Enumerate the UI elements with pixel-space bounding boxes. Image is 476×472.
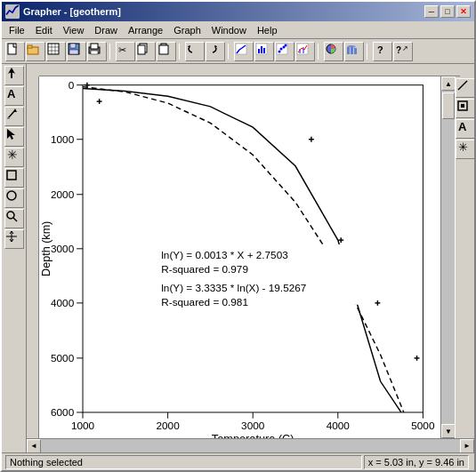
svg-rect-24 [258, 49, 260, 53]
ellipse-tool[interactable] [4, 188, 24, 208]
content-wrapper: 1000 2000 3000 4000 5000 Temperature (C) [27, 64, 474, 452]
svg-text:5000: 5000 [51, 352, 75, 364]
sep1 [109, 42, 113, 61]
paste-button[interactable] [157, 42, 176, 61]
svg-rect-13 [91, 44, 98, 49]
svg-rect-10 [70, 44, 76, 48]
right-tool-4[interactable]: ✳ [456, 140, 475, 159]
svg-text:1000: 1000 [51, 133, 75, 145]
menu-window[interactable]: Window [206, 23, 252, 37]
chart-bar-button[interactable] [254, 42, 274, 61]
svg-rect-11 [69, 50, 78, 54]
save-button[interactable] [67, 42, 86, 61]
toolbar: ✂ [2, 39, 474, 64]
svg-text:3000: 3000 [51, 243, 75, 254]
menu-bar: File Edit View Draw Arrange Graph Window… [2, 21, 474, 39]
svg-marker-50 [7, 129, 15, 140]
scroll-track-h[interactable] [41, 439, 460, 453]
cut-button[interactable]: ✂ [116, 42, 135, 61]
redo-button[interactable] [206, 42, 225, 61]
status-message: Nothing selected [5, 455, 362, 469]
3d-bar-button[interactable] [344, 42, 364, 61]
main-window: Grapher - [geotherm] ─ □ ✕ File Edit Vie… [0, 0, 476, 472]
copy-button[interactable] [136, 42, 156, 61]
open-button[interactable] [26, 42, 45, 61]
equation1-text: ln(Y) = 0.0013 * X + 2.7503 [161, 250, 287, 261]
rsq1-text: R-squared = 0.979 [161, 263, 248, 275]
pan-tool[interactable] [4, 229, 24, 249]
help-arrow-button[interactable]: ?↗ [393, 42, 413, 61]
svg-point-31 [285, 44, 287, 46]
vertical-scrollbar: ▲ ▼ [440, 76, 455, 438]
menu-view[interactable]: View [58, 23, 90, 37]
scroll-down-button[interactable]: ▼ [441, 424, 456, 438]
sep3 [228, 42, 231, 61]
scroll-up-button[interactable]: ▲ [441, 76, 456, 91]
app-icon [5, 4, 20, 19]
svg-marker-48 [13, 108, 17, 112]
menu-graph[interactable]: Graph [168, 23, 206, 37]
chart-scatter-button[interactable] [275, 42, 294, 61]
menu-file[interactable]: File [4, 23, 30, 37]
svg-rect-26 [263, 48, 265, 53]
svg-text:6000: 6000 [51, 406, 75, 418]
scroll-track-v[interactable] [441, 91, 455, 424]
right-tool-3[interactable]: A [456, 119, 475, 139]
svg-point-54 [7, 212, 14, 219]
select-tool[interactable] [4, 127, 24, 147]
svg-text:2000: 2000 [157, 420, 181, 431]
svg-text:2000: 2000 [51, 188, 75, 200]
svg-text:✂: ✂ [118, 44, 126, 55]
chart-combo-button[interactable] [295, 42, 315, 61]
scroll-thumb-v[interactable] [442, 92, 455, 119]
svg-text:0: 0 [69, 79, 75, 91]
svg-rect-25 [261, 46, 262, 53]
menu-help[interactable]: Help [252, 23, 283, 37]
status-bar: Nothing selected x = 5.03 in, y = 9.46 i… [2, 452, 474, 470]
grid-button[interactable] [46, 42, 66, 61]
menu-edit[interactable]: Edit [30, 23, 58, 37]
node-tool[interactable]: ✳ [4, 148, 24, 167]
rsq2-text: R-squared = 0.981 [161, 296, 248, 308]
svg-text:4000: 4000 [327, 420, 351, 431]
undo-button[interactable] [185, 42, 205, 61]
graph-canvas[interactable]: 1000 2000 3000 4000 5000 Temperature (C) [39, 76, 440, 438]
pie-chart-button[interactable] [324, 42, 343, 61]
menu-arrange[interactable]: Arrange [123, 23, 168, 37]
close-button[interactable]: ✕ [456, 5, 471, 18]
svg-point-29 [280, 47, 283, 50]
svg-rect-3 [28, 45, 32, 48]
print-button[interactable] [87, 42, 107, 61]
svg-text:✳: ✳ [7, 148, 18, 162]
equation2-text: ln(Y) = 3.3335 * ln(X) - 19.5267 [161, 282, 306, 293]
scroll-left-button[interactable]: ◄ [27, 439, 41, 453]
svg-rect-38 [354, 48, 357, 54]
menu-draw[interactable]: Draw [89, 23, 123, 37]
chart-line-button[interactable] [234, 42, 254, 61]
svg-text:✳: ✳ [458, 140, 468, 154]
minimize-button[interactable]: ─ [424, 5, 439, 18]
svg-point-28 [278, 50, 281, 52]
svg-text:A: A [458, 120, 467, 133]
svg-text:A: A [7, 87, 16, 100]
svg-rect-49 [7, 117, 10, 119]
svg-rect-52 [7, 171, 16, 180]
text-tool[interactable]: A [4, 86, 24, 106]
right-tool-1[interactable] [456, 78, 475, 98]
zoom-tool[interactable] [4, 209, 24, 228]
arrow-up-tool[interactable] [4, 66, 24, 85]
svg-text:3000: 3000 [241, 420, 265, 431]
right-tool-2[interactable] [456, 99, 475, 118]
main-area: A ✳ [2, 64, 474, 452]
scroll-right-button[interactable]: ► [460, 439, 474, 453]
rect-tool[interactable] [4, 168, 24, 188]
help-button[interactable]: ? [373, 42, 392, 61]
draw-tool[interactable] [4, 107, 24, 126]
right-tools-panel: A ✳ [455, 76, 474, 438]
svg-rect-17 [138, 45, 145, 54]
new-button[interactable] [5, 42, 25, 61]
window-controls: ─ □ ✕ [424, 5, 471, 18]
svg-text:?: ? [377, 44, 383, 55]
svg-text:1000: 1000 [71, 420, 95, 431]
maximize-button[interactable]: □ [440, 5, 455, 18]
